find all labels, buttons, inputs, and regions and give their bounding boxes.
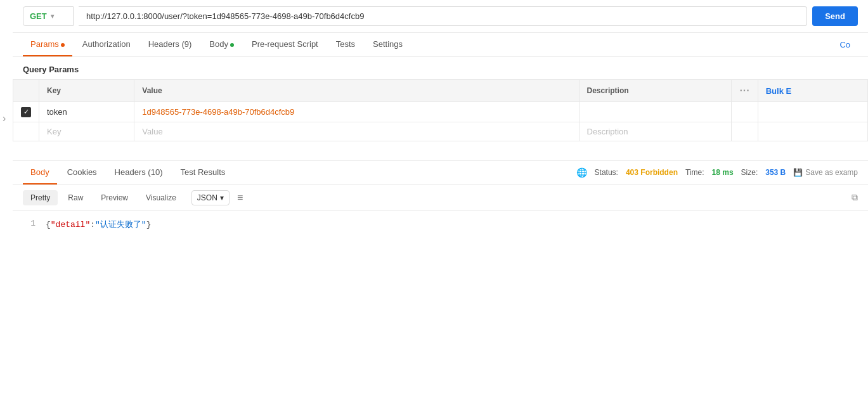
response-tab-body[interactable]: Body	[23, 161, 57, 184]
method-selector[interactable]: GET ▾	[23, 6, 74, 26]
method-chevron: ▾	[51, 13, 54, 20]
tab-authorization[interactable]: Authorization	[75, 33, 138, 56]
collapse-arrow[interactable]: ›	[0, 108, 8, 129]
empty-key[interactable]: Key	[39, 122, 134, 141]
tab-tests[interactable]: Tests	[328, 33, 363, 56]
col-value: Value	[134, 80, 579, 102]
empty-description[interactable]: Description	[579, 122, 732, 141]
json-format-selector[interactable]: JSON ▾	[191, 190, 230, 205]
response-status-bar: 🌐 Status: 403 Forbidden Time: 18 ms Size…	[576, 167, 858, 178]
table-row: ✓ token 1d948565-773e-4698-a49b-70fb6d4c…	[13, 102, 868, 122]
params-dot	[61, 43, 65, 47]
method-value: GET	[30, 11, 47, 21]
body-dot	[230, 43, 234, 47]
param-value[interactable]: 1d948565-773e-4698-a49b-70fb6d4cfcb9	[134, 102, 579, 122]
format-preview-button[interactable]: Preview	[93, 190, 136, 205]
code-line-1: 1 {"detail":"认证失败了"}	[23, 219, 858, 230]
request-tabs: Params Authorization Headers (9) Body Pr…	[13, 33, 868, 57]
param-key[interactable]: token	[39, 102, 134, 122]
save-icon: 💾	[793, 168, 803, 177]
send-button[interactable]: Send	[812, 6, 858, 26]
url-bar: GET ▾ http://127.0.0.1:8000/user/?token=…	[13, 0, 868, 33]
tab-headers[interactable]: Headers (9)	[141, 33, 200, 56]
query-params-title: Query Params	[13, 57, 868, 79]
row-checkbox[interactable]: ✓	[13, 102, 39, 122]
col-key: Key	[39, 80, 134, 102]
time-label: Time:	[685, 168, 704, 177]
tab-settings[interactable]: Settings	[365, 33, 410, 56]
response-tab-headers[interactable]: Headers (10)	[107, 161, 171, 184]
response-tab-test-results[interactable]: Test Results	[172, 161, 233, 184]
code-area: 1 {"detail":"认证失败了"}	[13, 211, 868, 238]
tab-params[interactable]: Params	[23, 33, 72, 56]
response-format-bar: Pretty Raw Preview Visualize JSON ▾ ≡ ⧉	[13, 185, 868, 211]
json-chevron-icon: ▾	[220, 193, 224, 202]
size-label: Size:	[741, 168, 758, 177]
format-pretty-button[interactable]: Pretty	[23, 190, 58, 205]
code-content: {"detail":"认证失败了"}	[46, 219, 151, 230]
params-table: Key Value Description ··· Bulk E ✓ token…	[13, 79, 868, 141]
tab-body[interactable]: Body	[202, 33, 242, 56]
line-number: 1	[23, 219, 36, 230]
col-checkbox	[13, 80, 39, 102]
status-label: Status:	[595, 168, 618, 177]
size-value: 353 B	[765, 168, 786, 177]
format-raw-button[interactable]: Raw	[60, 190, 91, 205]
col-description: Description	[579, 80, 732, 102]
response-tabs: Body Cookies Headers (10) Test Results 🌐…	[13, 161, 868, 185]
copy-button[interactable]: ⧉	[852, 192, 858, 203]
wrap-lines-icon[interactable]: ≡	[237, 192, 243, 204]
globe-icon: 🌐	[576, 167, 587, 178]
status-value: 403 Forbidden	[626, 168, 678, 177]
bulk-edit-label[interactable]: Bulk E	[766, 86, 791, 96]
format-visualize-button[interactable]: Visualize	[138, 190, 184, 205]
url-input[interactable]: http://127.0.0.1:8000/user/?token=1d9485…	[79, 6, 807, 26]
table-row-empty: Key Value Description	[13, 122, 868, 141]
more-options-icon[interactable]: ···	[739, 85, 749, 96]
checkbox-checked-icon: ✓	[21, 107, 31, 117]
tab-co[interactable]: Co	[832, 34, 858, 56]
tab-pre-request[interactable]: Pre-request Script	[244, 33, 326, 56]
time-value: 18 ms	[712, 168, 734, 177]
empty-value[interactable]: Value	[134, 122, 579, 141]
save-example-button[interactable]: 💾 Save as examp	[793, 168, 858, 177]
response-area: Body Cookies Headers (10) Test Results 🌐…	[13, 160, 868, 238]
param-description[interactable]	[579, 102, 732, 122]
response-tab-cookies[interactable]: Cookies	[60, 161, 105, 184]
